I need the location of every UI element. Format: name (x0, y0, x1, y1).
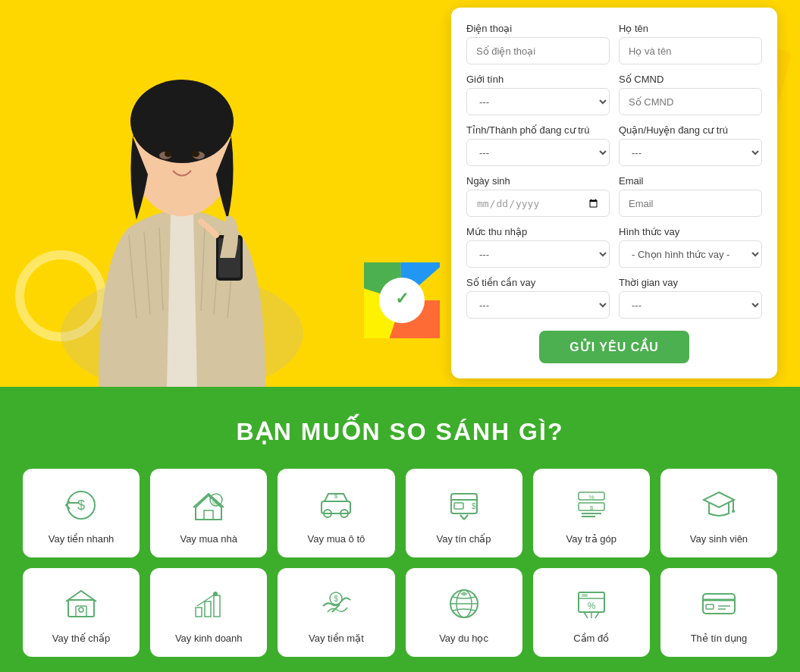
svg-text:$: $ (472, 502, 476, 510)
form-group-duration: Thời gian vay --- (619, 277, 762, 319)
form-group-phone: Điện thoại (466, 23, 610, 64)
form-group-amount: Số tiền cần vay --- (466, 277, 610, 319)
svg-text:%: % (588, 494, 594, 501)
svg-rect-52 (706, 604, 714, 609)
card-cam-do[interactable]: % Cầm đồ (533, 568, 650, 657)
cash-loan-icon: $ (315, 583, 357, 625)
form-group-dob: Ngày sinh (466, 175, 610, 217)
svg-rect-27 (454, 503, 463, 509)
card-label-vay-tin-chap: Vay tín chấp (437, 533, 491, 546)
email-input[interactable] (619, 190, 762, 217)
duration-label: Thời gian vay (619, 277, 762, 288)
gender-label: Giới tính (466, 74, 610, 85)
form-group-province: Tỉnh/Thành phố đang cư trú --- (466, 124, 610, 166)
deco-pie: ✓ (364, 262, 440, 341)
card-label-vay-tien-nhanh: Vay tiền nhanh (49, 533, 115, 546)
card-vay-du-hoc[interactable]: Vay du học (406, 568, 522, 657)
form-row-province-district: Tỉnh/Thành phố đang cư trú --- Quận/Huyệ… (466, 124, 762, 166)
card-vay-the-chap[interactable]: Vay thế chấp (23, 568, 140, 657)
svg-rect-49 (582, 594, 588, 597)
dob-label: Ngày sinh (466, 175, 610, 187)
card-vay-tra-gop[interactable]: % $ Vay trả góp (533, 469, 650, 557)
svg-text:$: $ (590, 504, 594, 511)
svg-rect-50 (703, 594, 735, 614)
study-abroad-icon (443, 583, 485, 625)
gender-select[interactable]: --- Nam Nữ (466, 88, 610, 115)
svg-point-33 (732, 510, 735, 513)
fast-money-icon: $ (61, 484, 102, 526)
submit-button[interactable]: GỬI YÊU CẦU (539, 331, 689, 363)
card-label-cam-do: Cầm đồ (573, 633, 609, 645)
name-input[interactable] (619, 37, 762, 64)
card-the-tin-dung[interactable]: Thẻ tín dụng (660, 568, 777, 657)
card-vay-tien-mat[interactable]: $ Vay tiền mặt (278, 568, 394, 657)
loantype-select[interactable]: - Chọn hình thức vay - (619, 240, 762, 268)
card-label-vay-mua-oto: Vay mua ô tô (308, 533, 365, 546)
person-image (38, 15, 326, 387)
svg-point-36 (79, 608, 83, 612)
card-vay-tien-nhanh[interactable]: $ Vay tiền nhanh (23, 469, 140, 557)
province-select[interactable]: --- (466, 139, 610, 166)
form-group-loantype: Hình thức vay - Chọn hình thức vay - (619, 226, 762, 268)
loantype-label: Hình thức vay (619, 226, 762, 237)
svg-rect-34 (68, 600, 94, 617)
form-row-amount-duration: Số tiền cần vay --- Thời gian vay --- (466, 277, 762, 319)
income-select[interactable]: --- (466, 240, 610, 268)
business-loan-icon (188, 583, 230, 625)
card-label-vay-du-hoc: Vay du học (439, 633, 488, 645)
svg-rect-21 (322, 501, 350, 513)
district-select[interactable]: --- (619, 139, 762, 166)
form-row-dob-email: Ngày sinh Email (466, 175, 762, 217)
form-row-gender-cmnd: Giới tính --- Nam Nữ Số CMND (466, 74, 762, 115)
installment-icon: % $ (570, 484, 612, 526)
svg-rect-37 (196, 608, 202, 617)
card-vay-tin-chap[interactable]: $ Vay tín chấp (406, 469, 522, 557)
submit-row: GỬI YÊU CẦU (466, 331, 762, 363)
svg-text:%: % (587, 601, 595, 611)
card-vay-mua-oto[interactable]: $ Vay mua ô tô (278, 469, 394, 557)
email-label: Email (619, 175, 762, 187)
svg-point-40 (213, 592, 218, 596)
svg-point-6 (165, 151, 172, 157)
svg-point-7 (192, 151, 199, 157)
hero-section: ✓ Điện thoại Họ tên Giới tính --- Nam Nữ (0, 0, 800, 387)
card-label-vay-kinh-doanh: Vay kinh doanh (175, 633, 243, 645)
cmnd-label: Số CMND (619, 74, 762, 85)
name-label: Họ tên (619, 23, 762, 34)
cards-grid-row2: Vay thế chấp Vay kinh doanh (23, 568, 777, 657)
card-label-vay-sinh-vien: Vay sinh viên (690, 533, 748, 546)
credit-loan-icon: $ (443, 484, 485, 526)
pawn-icon: % (570, 583, 612, 625)
form-group-name: Họ tên (619, 23, 762, 64)
mortgage-icon (61, 583, 102, 625)
form-group-income: Mức thu nhập --- (466, 226, 610, 268)
amount-select[interactable]: --- (466, 291, 610, 319)
compare-title: BẠN MUỐN SO SÁNH GÌ? (23, 417, 777, 446)
card-label-vay-tra-gop: Vay trả góp (566, 533, 616, 546)
svg-text:✓: ✓ (395, 289, 409, 308)
svg-rect-18 (204, 510, 213, 520)
student-loan-icon (698, 484, 739, 526)
svg-rect-38 (205, 601, 211, 617)
cmnd-input[interactable] (619, 88, 762, 115)
compare-section: BẠN MUỐN SO SÁNH GÌ? $ Vay tiền nhanh (0, 387, 800, 672)
card-label-the-tin-dung: Thẻ tín dụng (691, 633, 748, 645)
dob-input[interactable] (466, 190, 610, 217)
person-area (0, 0, 425, 387)
card-vay-kinh-doanh[interactable]: Vay kinh doanh (150, 568, 267, 657)
form-group-email: Email (619, 175, 762, 217)
card-vay-mua-nha[interactable]: % Vay mua nhà (150, 469, 267, 557)
form-group-cmnd: Số CMND (619, 74, 762, 115)
card-label-vay-the-chap: Vay thế chấp (52, 633, 110, 645)
form-group-district: Quận/Huyện đang cư trú --- (619, 124, 762, 166)
income-label: Mức thu nhập (466, 226, 610, 237)
duration-select[interactable]: --- (619, 291, 762, 319)
home-loan-icon: % (188, 484, 230, 526)
district-label: Quận/Huyện đang cư trú (619, 124, 762, 136)
svg-rect-39 (214, 595, 220, 617)
svg-text:$: $ (334, 595, 339, 603)
phone-label: Điện thoại (466, 23, 610, 34)
form-row-income-loantype: Mức thu nhập --- Hình thức vay - Chọn hì… (466, 226, 762, 268)
phone-input[interactable] (466, 37, 610, 64)
card-vay-sinh-vien[interactable]: Vay sinh viên (660, 469, 777, 557)
